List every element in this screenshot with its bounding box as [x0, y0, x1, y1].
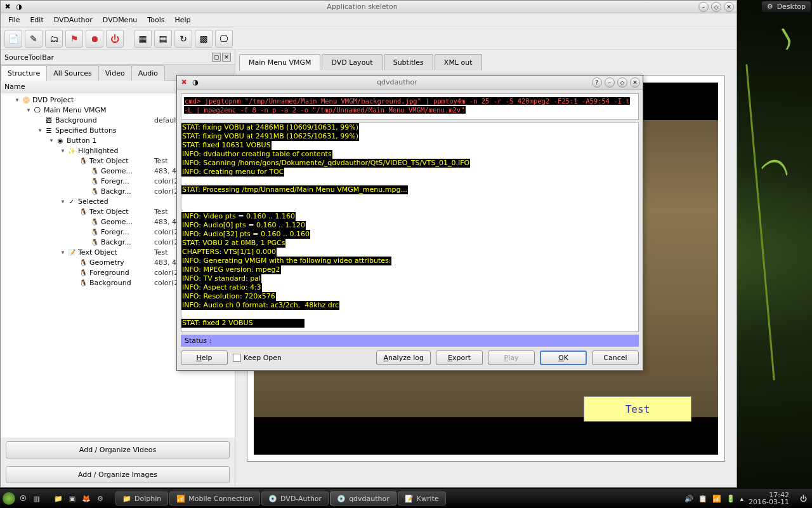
- detach-icon[interactable]: ▢: [212, 53, 221, 62]
- clock-date: 2016-03-11: [749, 498, 789, 505]
- expand-icon[interactable]: ▾: [13, 97, 21, 103]
- close-button[interactable]: ✕: [724, 2, 734, 12]
- export-button[interactable]: Export: [436, 351, 483, 365]
- menu-button-test[interactable]: Test: [584, 396, 691, 422]
- tray-expand-icon[interactable]: ▴: [740, 495, 744, 503]
- menu-tools[interactable]: Tools: [142, 14, 169, 26]
- node-value: Test: [154, 157, 168, 165]
- activity-icon[interactable]: ⦿: [16, 492, 29, 505]
- dialog-titlebar[interactable]: ✖ ◑ qdvdauthor ? – ◇ ✕: [177, 76, 643, 90]
- taskbar-item[interactable]: 📶Mobile Connection: [169, 491, 260, 505]
- node-icon: 🐧: [89, 217, 100, 226]
- power-icon[interactable]: ⏻: [106, 30, 124, 48]
- ok-button[interactable]: OK: [540, 351, 587, 365]
- play-button: Play: [488, 351, 535, 365]
- command-box[interactable]: cmd> jpegtopnm "/tmp/Unnamed/Main Menu V…: [181, 93, 639, 120]
- config-launcher[interactable]: ⚙: [94, 492, 107, 505]
- minimize-button[interactable]: –: [605, 77, 615, 88]
- tray-icon[interactable]: 🔋: [726, 495, 735, 503]
- qdvdauthor-dialog: ✖ ◑ qdvdauthor ? – ◇ ✕ cmd> jpegtopnm "/…: [176, 75, 643, 371]
- tab-structure[interactable]: Structure: [1, 65, 47, 81]
- node-icon: 🐧: [89, 227, 100, 236]
- col-name[interactable]: Name: [1, 81, 204, 93]
- expand-icon[interactable]: ▾: [59, 249, 67, 255]
- logout-icon[interactable]: ⏻: [797, 492, 809, 505]
- expand-icon[interactable]: ▾: [36, 127, 44, 133]
- menu-file[interactable]: File: [3, 14, 25, 26]
- app-icon: ✖: [180, 78, 188, 87]
- close-button[interactable]: ✕: [630, 77, 640, 88]
- monitor-icon[interactable]: 🖵: [215, 30, 233, 48]
- view1-icon[interactable]: ▦: [134, 30, 152, 48]
- taskbar-item[interactable]: 💿DVD-Author: [261, 491, 329, 505]
- tab-video[interactable]: Video: [98, 65, 132, 81]
- keep-open-checkbox[interactable]: Keep Open: [233, 354, 282, 362]
- node-label: Highlighted: [77, 147, 118, 155]
- pager-icon[interactable]: ▥: [30, 492, 43, 505]
- tab-main-menu[interactable]: Main Menu VMGM: [239, 54, 320, 70]
- taskbar-item[interactable]: 📁Dolphin: [115, 491, 168, 505]
- taskbar-item[interactable]: 📝Kwrite: [398, 491, 446, 505]
- start-button[interactable]: [3, 492, 15, 505]
- edit-icon[interactable]: ✎: [25, 30, 43, 48]
- taskbar: ⦿ ▥ 📁 ▣ 🦊 ⚙ 📁Dolphin📶Mobile Connection💿D…: [0, 489, 812, 508]
- expand-icon[interactable]: ▾: [25, 107, 32, 113]
- minimize-button[interactable]: –: [698, 2, 709, 12]
- layers-icon[interactable]: 🗂: [45, 30, 63, 48]
- maximize-button[interactable]: ◇: [617, 77, 627, 88]
- node-icon: 🐧: [78, 258, 88, 267]
- node-value: Test: [154, 208, 168, 216]
- menu-dvdauthor[interactable]: DVDAuthor: [49, 14, 98, 26]
- new-icon[interactable]: 📄: [4, 30, 22, 48]
- taskbar-item[interactable]: 💿qdvdauthor: [330, 491, 396, 505]
- add-videos-button[interactable]: Add / Organize Videos: [6, 441, 230, 458]
- checkbox-icon[interactable]: [233, 354, 241, 362]
- tab-subtitles[interactable]: Subtitles: [384, 54, 433, 70]
- node-icon: ✨: [67, 146, 77, 155]
- cancel-button[interactable]: Cancel: [592, 351, 639, 365]
- desktop-toolbox[interactable]: ⚙ Desktop: [762, 1, 811, 12]
- expand-icon[interactable]: ▾: [59, 198, 67, 204]
- desktop-toolbox-label: Desktop: [777, 3, 806, 11]
- flag-icon[interactable]: ⚑: [65, 30, 83, 48]
- expand-icon[interactable]: ▾: [59, 147, 67, 154]
- tab-xml-out[interactable]: XML out: [435, 54, 482, 70]
- node-icon: 🐧: [78, 278, 88, 287]
- task-label: Mobile Connection: [188, 495, 253, 503]
- task-icon: 📶: [176, 495, 185, 503]
- node-label: Background: [54, 116, 97, 124]
- analyze-log-button[interactable]: Analyze log: [376, 351, 431, 365]
- clock[interactable]: 17:42 2016-03-11: [749, 491, 792, 505]
- tray-icon[interactable]: 📶: [712, 495, 721, 503]
- view2-icon[interactable]: ▤: [154, 30, 172, 48]
- dolphin-launcher[interactable]: 📁: [52, 492, 65, 505]
- tab-audio[interactable]: Audio: [131, 65, 165, 81]
- menu-edit[interactable]: Edit: [25, 14, 48, 26]
- node-icon: ◉: [55, 136, 65, 145]
- pin-icon[interactable]: ◑: [191, 78, 200, 87]
- firefox-launcher[interactable]: 🦊: [80, 492, 93, 505]
- record-icon[interactable]: ⏺: [86, 30, 103, 48]
- pin-icon[interactable]: ◑: [15, 3, 23, 11]
- node-label: Text Object: [88, 157, 129, 165]
- log-output[interactable]: STAT: fixing VOBU at 2486MB (10609/10631…: [181, 123, 639, 332]
- main-titlebar[interactable]: ✖ ◑ Application skeleton – ◇ ✕: [1, 1, 737, 13]
- close-panel-icon[interactable]: ✕: [222, 53, 231, 62]
- tab-dvd-layout[interactable]: DVD Layout: [322, 54, 382, 70]
- help-button[interactable]: Help: [181, 351, 228, 365]
- menu-dvdmenu[interactable]: DVDMenu: [98, 14, 142, 26]
- tray-icon[interactable]: 📋: [698, 495, 707, 503]
- refresh-icon[interactable]: ↻: [174, 30, 192, 48]
- terminal-launcher[interactable]: ▣: [66, 492, 79, 505]
- add-images-button[interactable]: Add / Organize Images: [6, 466, 230, 483]
- node-label: Geometry: [88, 258, 124, 267]
- maximize-button[interactable]: ◇: [711, 2, 721, 12]
- tray-icon[interactable]: 🔊: [684, 495, 693, 503]
- expand-icon[interactable]: ▾: [48, 137, 55, 144]
- grid-icon[interactable]: ▩: [195, 30, 213, 48]
- menu-help[interactable]: Help: [169, 14, 195, 26]
- toolbar: 📄 ✎ 🗂 ⚑ ⏺ ⏻ ▦ ▤ ↻ ▩ 🖵: [1, 27, 737, 50]
- task-label: qdvdauthor: [349, 495, 390, 503]
- tab-all-sources[interactable]: All Sources: [46, 65, 99, 81]
- help-button-icon[interactable]: ?: [592, 77, 602, 88]
